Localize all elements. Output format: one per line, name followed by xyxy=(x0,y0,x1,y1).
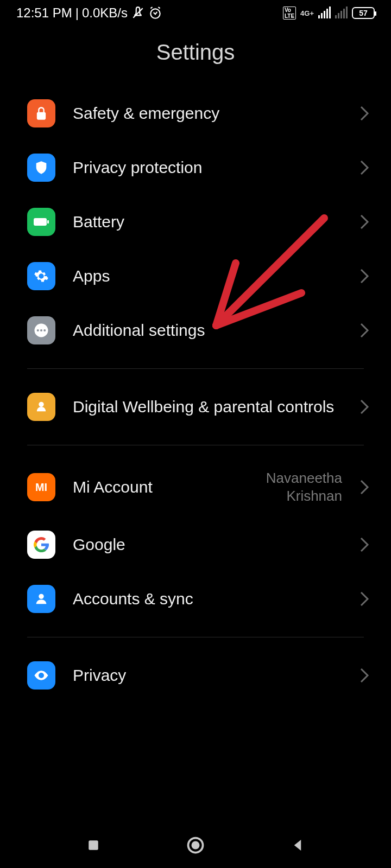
row-label: Privacy xyxy=(73,665,342,686)
row-label: Mi Account xyxy=(73,477,194,497)
battery-icon xyxy=(27,208,55,236)
group-divider xyxy=(27,368,364,369)
row-mi-account[interactable]: MI Mi Account Navaneetha Krishnan xyxy=(0,456,391,518)
battery-icon: 57 xyxy=(352,7,375,19)
safety-icon xyxy=(27,99,55,127)
signal-sim1-icon xyxy=(318,8,331,18)
row-privacy-protection[interactable]: Privacy protection xyxy=(0,141,391,195)
chevron-right-icon xyxy=(360,479,369,495)
chevron-right-icon xyxy=(360,105,369,122)
row-additional-settings[interactable]: Additional settings xyxy=(0,303,391,358)
eye-icon xyxy=(27,661,55,690)
row-label: Safety & emergency xyxy=(73,103,342,124)
chevron-right-icon xyxy=(360,268,369,284)
row-label: Apps xyxy=(73,266,342,286)
google-icon xyxy=(27,531,55,559)
svg-line-2 xyxy=(150,7,152,8)
svg-rect-4 xyxy=(34,218,47,226)
row-label: Battery xyxy=(73,212,342,232)
gear-icon xyxy=(27,262,55,290)
svg-point-7 xyxy=(37,329,39,331)
signal-sim2-icon xyxy=(335,8,348,18)
svg-point-13 xyxy=(40,674,43,677)
row-privacy[interactable]: Privacy xyxy=(0,648,391,703)
svg-point-10 xyxy=(39,402,43,407)
row-value: Navaneetha Krishnan xyxy=(212,469,342,505)
settings-list: Safety & emergency Privacy protection Ba… xyxy=(0,86,391,703)
svg-text:MI: MI xyxy=(35,481,47,493)
row-label: Additional settings xyxy=(73,320,342,341)
status-bar: 12:51 PM | 0.0KB/s VoLTE 4G+ 57 xyxy=(0,0,391,24)
shield-icon xyxy=(27,154,55,182)
row-label: Digital Wellbeing & parental controls xyxy=(73,397,342,417)
status-left: 12:51 PM | 0.0KB/s xyxy=(16,5,162,21)
person-icon xyxy=(27,585,55,613)
row-label: Accounts & sync xyxy=(73,589,342,609)
chevron-right-icon xyxy=(360,537,369,553)
status-right: VoLTE 4G+ 57 xyxy=(283,7,375,20)
svg-rect-17 xyxy=(89,840,99,850)
svg-line-3 xyxy=(158,7,160,8)
wellbeing-icon xyxy=(27,393,55,421)
chevron-right-icon xyxy=(360,214,369,230)
mi-icon: MI xyxy=(27,473,55,501)
status-separator: | xyxy=(75,5,79,21)
chevron-right-icon xyxy=(360,591,369,607)
svg-point-9 xyxy=(43,329,46,331)
svg-point-19 xyxy=(191,841,199,850)
mute-icon xyxy=(131,6,145,20)
row-google[interactable]: Google xyxy=(0,518,391,572)
back-button[interactable] xyxy=(289,837,306,856)
svg-point-8 xyxy=(40,329,42,331)
row-safety[interactable]: Safety & emergency xyxy=(0,86,391,141)
chevron-right-icon xyxy=(360,399,369,415)
network-type: 4G+ xyxy=(300,9,314,17)
volte-icon: VoLTE xyxy=(283,7,296,20)
svg-rect-5 xyxy=(47,220,49,224)
battery-level: 57 xyxy=(359,9,368,17)
recents-button[interactable] xyxy=(85,837,102,856)
ellipsis-icon xyxy=(27,316,55,344)
row-apps[interactable]: Apps xyxy=(0,249,391,303)
navigation-bar xyxy=(0,825,391,868)
chevron-right-icon xyxy=(360,667,369,684)
group-divider xyxy=(27,637,364,637)
status-time: 12:51 PM xyxy=(16,5,72,21)
group-divider xyxy=(27,445,364,445)
row-accounts-sync[interactable]: Accounts & sync xyxy=(0,572,391,626)
row-label: Privacy protection xyxy=(73,157,342,178)
alarm-icon xyxy=(148,6,162,20)
svg-point-12 xyxy=(39,594,43,599)
row-label: Google xyxy=(73,534,342,555)
chevron-right-icon xyxy=(360,159,369,176)
home-button[interactable] xyxy=(186,835,205,857)
status-speed: 0.0KB/s xyxy=(82,5,128,21)
row-wellbeing[interactable]: Digital Wellbeing & parental controls xyxy=(0,380,391,434)
chevron-right-icon xyxy=(360,322,369,339)
svg-line-0 xyxy=(133,8,142,17)
page-title: Settings xyxy=(0,24,391,86)
row-battery[interactable]: Battery xyxy=(0,195,391,249)
